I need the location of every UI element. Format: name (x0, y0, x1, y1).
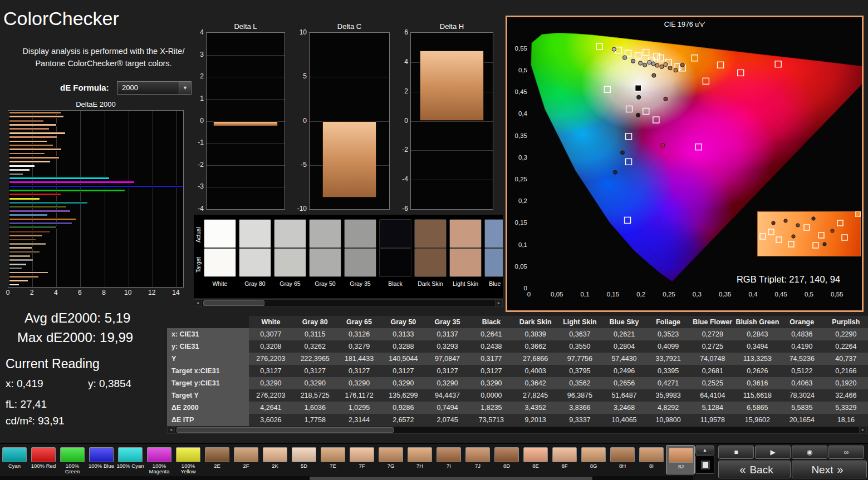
patch-button-8g[interactable]: 8G (579, 445, 608, 474)
deltaE-bar (9, 189, 125, 192)
record-button[interactable]: ◉ (792, 446, 827, 459)
delta-l-chart (206, 32, 285, 210)
patch-button-8f[interactable]: 8F (550, 445, 579, 474)
next-button-label: Next (811, 464, 833, 476)
patch-button-100-yellow[interactable]: 100% Yellow (174, 445, 203, 474)
deltaE-bar (9, 267, 22, 270)
patch-button-8j[interactable]: 8J (666, 445, 695, 474)
column-header: Blue Sky (602, 316, 646, 328)
cie-measurement-dot (648, 61, 651, 65)
back-button[interactable]: «Back (718, 461, 791, 478)
patch-button-5d[interactable]: 5D (290, 445, 318, 474)
patch-button-100-cyan[interactable]: 100% Cyan (116, 445, 145, 474)
patch-button-8i[interactable]: 8I (637, 445, 666, 474)
swatch-label: Gray 50 (309, 280, 341, 287)
scroll-right-icon[interactable]: ► (495, 300, 502, 306)
column-header: Light Skin (558, 316, 602, 328)
deltaE-bar (9, 152, 45, 155)
patch-button-2k[interactable]: 2K (261, 445, 290, 474)
swatch-strip-scrollbar[interactable]: ◄ ► (194, 299, 503, 307)
swatch-strip: Actual Target WhiteGray 80Gray 65Gray 50… (194, 215, 503, 298)
patch-button-8d[interactable]: 8D (492, 445, 521, 474)
table-cell: 0,3127 (469, 365, 513, 377)
toolbar-scrollbar[interactable] (0, 476, 693, 480)
table-cell: 5,1284 (690, 402, 735, 414)
axis-tick-label: 5 (286, 72, 307, 80)
table-cell: 1,6036 (293, 402, 337, 414)
axis-tick-label: 0,2 (630, 291, 652, 298)
patch-button-7i[interactable]: 7I (434, 445, 463, 474)
axis-tick-label: 0,55 (826, 291, 848, 298)
patch-swatch (639, 447, 664, 462)
stop-button[interactable]: ■ (718, 446, 754, 459)
de-formula-dropdown[interactable]: 2000 ▼ (117, 81, 192, 95)
cie-target-square (635, 85, 641, 91)
axis-tick-label: 1 (183, 95, 204, 102)
patch-label: 8J (666, 464, 695, 469)
gridline (176, 111, 177, 287)
axis-tick-label: -2 (387, 146, 408, 154)
table-cell: 0,3115 (293, 328, 337, 340)
table-cell: 0,3795 (558, 365, 602, 377)
display-toggle-button[interactable] (695, 456, 714, 474)
patch-button-cyan[interactable]: Cyan (0, 445, 29, 474)
cie-measurement-dot (784, 219, 787, 222)
patch-button-100-red[interactable]: 100% Red (29, 445, 58, 474)
display-square-icon (701, 461, 710, 469)
scrollbar-thumb[interactable] (203, 300, 264, 306)
patch-button-7f[interactable]: 7F (347, 445, 376, 474)
patch-button-7g[interactable]: 7G (376, 445, 405, 474)
deltaE-bar (9, 120, 44, 122)
patch-button-2f[interactable]: 2F (232, 445, 261, 474)
table-cell: 0,3127 (249, 365, 293, 377)
infinity-button[interactable]: ∞ (828, 446, 864, 459)
table-cell: 1,0295 (337, 402, 381, 414)
axis-tick-label: 0,15 (602, 291, 624, 298)
patch-button-100-magenta[interactable]: 100% Magenta (145, 445, 174, 474)
target-row-label: Target (195, 250, 202, 279)
patch-button-8h[interactable]: 8H (608, 445, 637, 474)
cie-measurement-dot (674, 68, 678, 72)
patch-swatch (234, 447, 258, 462)
table-cell: 2,3144 (337, 414, 381, 426)
delta-bar (213, 121, 278, 127)
patch-button-7j[interactable]: 7J (463, 445, 492, 474)
target-swatch (204, 248, 236, 277)
reading-y-value: y: 0,3854 (88, 378, 131, 390)
column-header: Orange (780, 316, 824, 328)
table-scrollbar[interactable]: ◄ ► (167, 426, 867, 434)
patch-swatch (292, 447, 316, 462)
actual-swatch (379, 219, 411, 248)
scrollbar-thumb[interactable] (176, 427, 394, 433)
cie-measurement-dot (639, 61, 643, 65)
deltaE-bar (9, 259, 33, 261)
deltaE-bar (9, 279, 28, 282)
patch-button-100-green[interactable]: 100% Green (58, 445, 87, 474)
actual-row-label: Actual (195, 220, 202, 249)
actual-swatch (414, 219, 447, 248)
patch-button-7e[interactable]: 7E (318, 445, 347, 474)
target-swatch (274, 248, 306, 277)
deltaE-bar (9, 197, 40, 200)
play-button[interactable]: ▶ (755, 446, 791, 459)
scroll-left-icon[interactable]: ◄ (168, 427, 175, 433)
target-swatch (379, 248, 411, 277)
scroll-left-icon[interactable]: ◄ (194, 300, 202, 306)
patch-button-7h[interactable]: 7H (405, 445, 434, 474)
axis-tick-label: -6 (387, 205, 408, 212)
table-cell: 32,466 (824, 389, 868, 402)
patch-button-8e[interactable]: 8E (521, 445, 550, 474)
table-cell: 6,5865 (735, 402, 780, 414)
table-row: Target x:CIE310,31270,31270,31270,31270,… (167, 365, 868, 377)
axis-tick-label: 0,1 (574, 291, 596, 298)
patch-label: 2E (203, 463, 232, 469)
patch-button-100-blue[interactable]: 100% Blue (87, 445, 116, 474)
next-button[interactable]: Next» (792, 461, 867, 478)
scroll-right-icon[interactable]: ► (859, 427, 866, 433)
patch-button-2e[interactable]: 2E (203, 445, 232, 474)
scroll-up-button[interactable]: ▲ (695, 446, 714, 454)
cie-inset-zoom[interactable] (757, 211, 861, 256)
swatch-patch: Light Skin (449, 219, 482, 293)
scrollbar-thumb[interactable] (310, 477, 592, 480)
delta-c-chart (309, 32, 390, 210)
